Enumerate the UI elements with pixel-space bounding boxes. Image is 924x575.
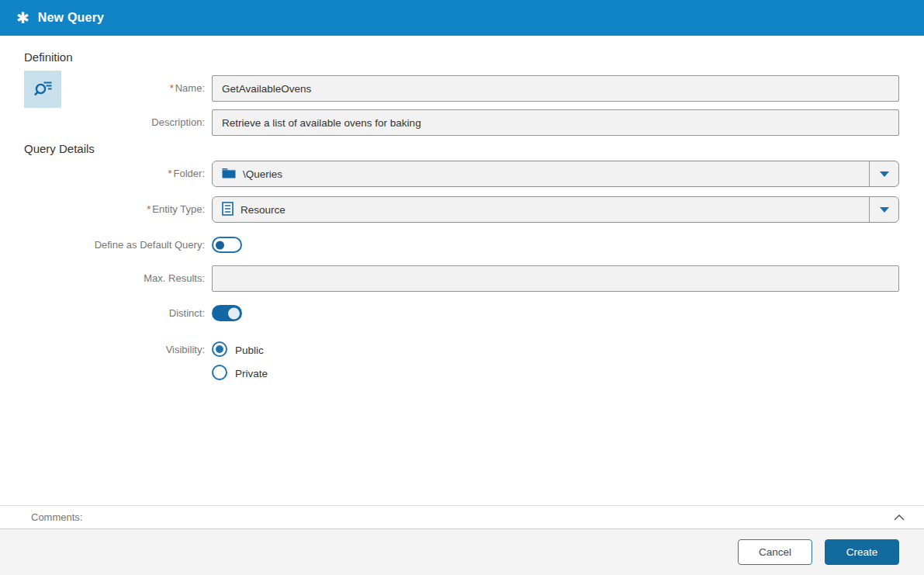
section-query-details: Query Details	[24, 142, 899, 156]
dialog-footer: Cancel Create	[0, 529, 924, 575]
visibility-option-private[interactable]: Private	[212, 365, 899, 380]
description-input[interactable]	[212, 109, 899, 136]
folder-label: *Folder:	[24, 168, 212, 180]
chevron-down-icon	[880, 171, 889, 177]
dialog-title: New Query	[38, 11, 104, 25]
section-definition: Definition	[24, 50, 899, 64]
description-label: Description:	[24, 116, 212, 129]
distinct-toggle[interactable]	[212, 305, 242, 321]
description-row: Description:	[24, 109, 899, 136]
visibility-row: Visibility: Public Private	[24, 341, 899, 380]
form-content: Definition *Name: Description:	[0, 36, 924, 505]
folder-dropdown-button[interactable]	[869, 161, 898, 186]
folder-dropdown[interactable]: \Queries	[212, 161, 899, 187]
folder-row: *Folder: \Queries	[24, 161, 899, 187]
default-query-row: Define as Default Query:	[24, 237, 899, 253]
required-marker: *	[170, 82, 174, 94]
folder-icon	[222, 168, 236, 181]
collapse-comments-button[interactable]	[894, 514, 905, 521]
toggle-knob	[228, 307, 240, 319]
entity-type-dropdown[interactable]: Resource	[212, 196, 899, 223]
resource-entity-icon	[222, 202, 234, 218]
name-row: *Name:	[24, 75, 899, 102]
distinct-row: Distinct:	[24, 305, 899, 321]
entity-type-value: Resource	[241, 204, 286, 216]
max-results-label: Max. Results:	[24, 272, 212, 285]
comments-label: Comments:	[31, 511, 894, 523]
public-radio-label[interactable]: Public	[235, 343, 264, 356]
entity-type-dropdown-button[interactable]	[869, 197, 898, 222]
dialog-header: ✱ New Query	[0, 0, 924, 36]
visibility-label: Visibility:	[24, 341, 212, 356]
default-query-toggle[interactable]	[212, 237, 242, 253]
entity-type-label: *Entity Type:	[24, 203, 212, 216]
chevron-up-icon	[894, 514, 905, 521]
comments-bar: Comments:	[0, 505, 924, 529]
distinct-label: Distinct:	[24, 307, 212, 320]
new-item-asterisk-icon: ✱	[16, 10, 29, 26]
visibility-radio-group: Public Private	[212, 341, 899, 380]
max-results-input[interactable]	[212, 265, 899, 292]
name-input[interactable]	[212, 75, 899, 102]
create-button[interactable]: Create	[825, 539, 899, 565]
toggle-knob	[216, 241, 224, 249]
default-query-label: Define as Default Query:	[24, 239, 212, 251]
required-marker: *	[147, 203, 151, 215]
query-type-icon-box	[24, 71, 61, 108]
visibility-option-public[interactable]: Public	[212, 341, 899, 357]
private-radio[interactable]	[212, 365, 227, 380]
required-marker: *	[168, 168, 171, 179]
new-query-dialog: ✱ New Query Definition *Name: Desc	[0, 0, 924, 575]
chevron-down-icon	[880, 207, 889, 213]
max-results-row: Max. Results:	[24, 265, 899, 292]
entity-type-row: *Entity Type: Resource	[24, 196, 899, 223]
cancel-button[interactable]: Cancel	[738, 539, 812, 565]
query-search-icon	[33, 78, 54, 102]
private-radio-label[interactable]: Private	[235, 366, 268, 379]
public-radio[interactable]	[212, 341, 227, 357]
folder-value: \Queries	[243, 168, 282, 180]
